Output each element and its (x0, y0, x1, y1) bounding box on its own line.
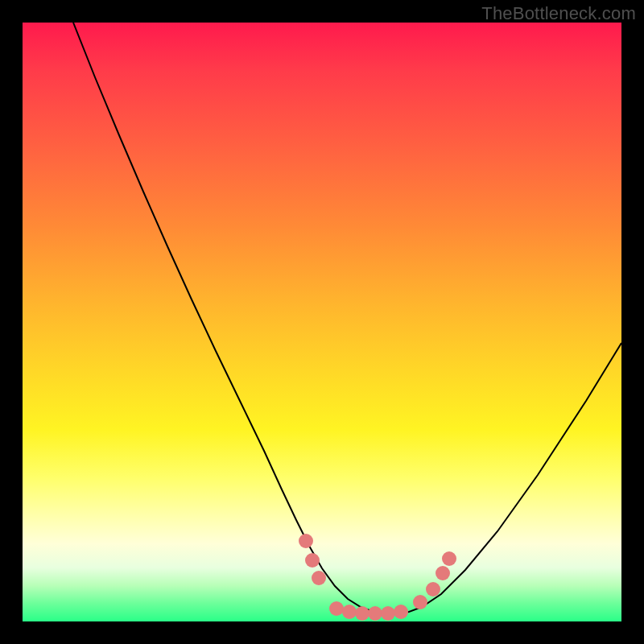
trough-marker-group (299, 534, 456, 621)
plot-area (23, 23, 621, 621)
trough-marker (355, 606, 369, 621)
chart-frame: TheBottleneck.com (0, 0, 644, 644)
trough-marker (329, 601, 344, 616)
trough-marker (442, 551, 456, 566)
trough-marker (413, 595, 427, 609)
curve-svg (23, 23, 621, 621)
trough-marker (394, 605, 408, 619)
trough-marker (305, 553, 320, 568)
trough-marker (342, 605, 357, 619)
trough-marker (368, 606, 382, 621)
trough-marker (426, 582, 440, 597)
trough-marker (436, 566, 450, 580)
trough-marker (381, 606, 395, 621)
bottleneck-curve (73, 23, 621, 613)
watermark-text: TheBottleneck.com (481, 3, 636, 24)
trough-marker (299, 534, 313, 548)
trough-marker (312, 571, 326, 585)
